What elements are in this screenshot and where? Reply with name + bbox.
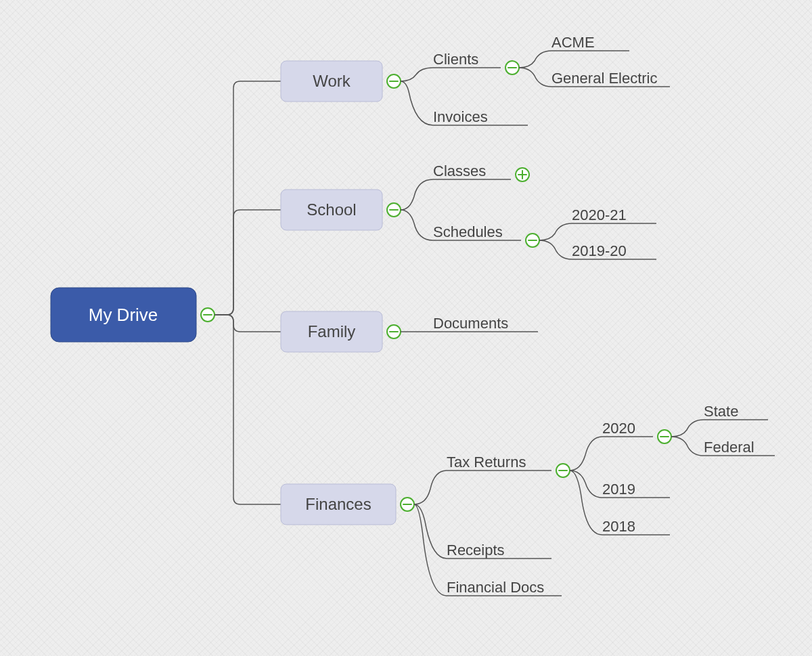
node-label: 2018: [602, 518, 635, 535]
node-documents[interactable]: Documents: [433, 315, 538, 332]
category-finances[interactable]: Finances: [281, 484, 396, 525]
connector: [215, 81, 281, 315]
root-label: My Drive: [89, 305, 158, 325]
node-label: Federal: [704, 439, 754, 456]
connector: [519, 51, 551, 68]
connector: [671, 437, 704, 456]
connector: [401, 68, 433, 81]
node-label: State: [704, 403, 738, 420]
node-label: Clients: [433, 51, 478, 68]
node-classes[interactable]: Classes: [433, 162, 511, 179]
clients-toggle[interactable]: [505, 61, 519, 74]
tax-2020-toggle[interactable]: [658, 430, 671, 443]
node-2020-21[interactable]: 2020-21: [572, 206, 656, 223]
connector: [401, 179, 433, 210]
connector: [539, 240, 572, 259]
category-label: Family: [308, 322, 356, 341]
node-label: 2019: [602, 481, 635, 498]
node-label: Receipts: [447, 542, 505, 559]
node-label: Documents: [433, 315, 508, 332]
family-toggle[interactable]: [387, 325, 401, 338]
node-acme[interactable]: ACME: [551, 34, 629, 51]
connector: [414, 471, 447, 504]
node-label: 2020-21: [572, 206, 627, 223]
node-label: Tax Returns: [447, 454, 526, 471]
node-label: 2019-20: [572, 242, 627, 259]
tax-returns-toggle[interactable]: [556, 464, 570, 477]
finances-toggle[interactable]: [401, 498, 414, 511]
connector: [215, 315, 281, 332]
node-2020[interactable]: 2020: [602, 420, 653, 437]
root-node[interactable]: My Drive: [51, 288, 196, 342]
connector: [539, 223, 572, 240]
connector: [570, 471, 602, 535]
work-toggle[interactable]: [387, 74, 401, 88]
connector: [570, 437, 602, 471]
schedules-toggle[interactable]: [526, 234, 539, 247]
category-label: Finances: [305, 495, 371, 513]
node-general-electric[interactable]: General Electric: [551, 70, 670, 87]
node-label: Invoices: [433, 108, 488, 125]
connector: [671, 420, 704, 437]
node-label: ACME: [551, 34, 595, 51]
category-family[interactable]: Family: [281, 311, 382, 352]
connector: [414, 504, 447, 596]
node-2019[interactable]: 2019: [602, 481, 670, 498]
mindmap-canvas[interactable]: My Drive Work Clients ACME General Elect…: [0, 0, 812, 656]
node-invoices[interactable]: Invoices: [433, 108, 528, 125]
node-state[interactable]: State: [704, 403, 768, 420]
node-label: Schedules: [433, 223, 503, 240]
classes-toggle[interactable]: [516, 168, 529, 181]
node-schedules[interactable]: Schedules: [433, 223, 521, 240]
category-label: Work: [313, 72, 351, 90]
node-label: Classes: [433, 162, 486, 179]
node-label: General Electric: [551, 70, 658, 87]
category-school[interactable]: School: [281, 190, 382, 230]
node-receipts[interactable]: Receipts: [447, 542, 551, 559]
category-work[interactable]: Work: [281, 61, 382, 102]
category-label: School: [307, 200, 356, 219]
connector: [215, 315, 281, 504]
connector: [401, 210, 433, 240]
node-financial-docs[interactable]: Financial Docs: [447, 579, 562, 596]
connector: [401, 81, 433, 125]
node-federal[interactable]: Federal: [704, 439, 775, 456]
node-clients[interactable]: Clients: [433, 51, 501, 68]
node-label: 2020: [602, 420, 635, 437]
node-label: Financial Docs: [447, 579, 544, 596]
connector: [215, 210, 281, 315]
school-toggle[interactable]: [387, 203, 401, 217]
node-2019-20[interactable]: 2019-20: [572, 242, 656, 259]
node-2018[interactable]: 2018: [602, 518, 670, 535]
connector: [519, 68, 551, 87]
node-tax-returns[interactable]: Tax Returns: [447, 454, 551, 471]
root-toggle[interactable]: [201, 308, 215, 322]
